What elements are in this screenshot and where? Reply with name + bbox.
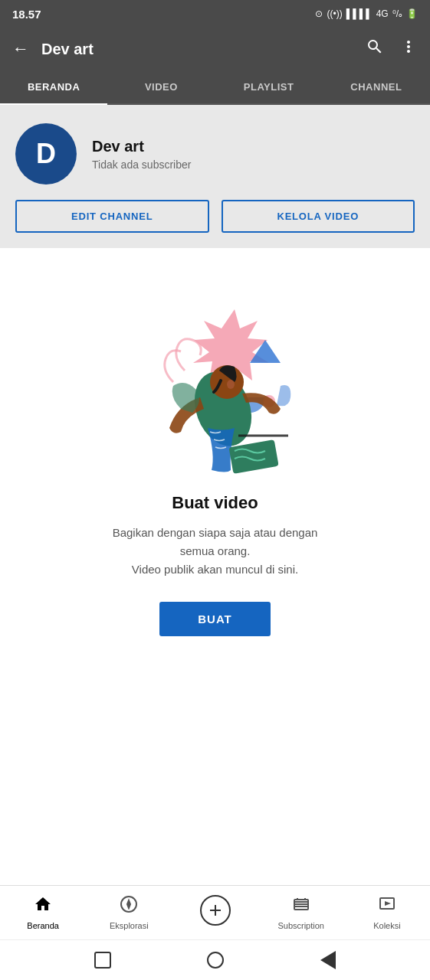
tab-beranda[interactable]: BERANDA bbox=[0, 70, 107, 105]
nav-koleksi[interactable]: Koleksi bbox=[344, 892, 430, 933]
lte-label: 4G bbox=[376, 8, 389, 19]
status-time: 18.57 bbox=[12, 8, 41, 21]
tab-channel[interactable]: CHANNEL bbox=[323, 70, 430, 103]
header-actions bbox=[366, 38, 418, 60]
library-icon bbox=[378, 895, 396, 918]
tab-video[interactable]: VIDEO bbox=[107, 70, 215, 103]
home-sys-button[interactable] bbox=[205, 949, 226, 971]
signal-icon: ((•)) bbox=[327, 8, 342, 19]
manage-video-button[interactable]: KELOLA VIDEO bbox=[222, 200, 415, 233]
compass-icon bbox=[120, 895, 138, 918]
nav-koleksi-label: Koleksi bbox=[373, 921, 400, 930]
channel-info-section: D Dev art Tidak ada subscriber EDIT CHAN… bbox=[0, 105, 430, 248]
channel-name: Dev art bbox=[92, 138, 191, 155]
channel-subscribers: Tidak ada subscriber bbox=[92, 158, 191, 171]
channel-text-info: Dev art Tidak ada subscriber bbox=[92, 138, 191, 171]
nav-subscription-label: Subscription bbox=[277, 921, 324, 930]
more-options-button[interactable] bbox=[399, 38, 418, 60]
network-bars-icon: ▌▌▌▌ bbox=[346, 8, 373, 19]
nav-add[interactable] bbox=[172, 892, 258, 933]
search-button[interactable] bbox=[366, 38, 384, 60]
square-icon bbox=[94, 952, 111, 969]
app-header: ← Dev art bbox=[0, 28, 430, 70]
svg-point-6 bbox=[227, 380, 235, 389]
edit-channel-button[interactable]: EDIT CHANNEL bbox=[15, 200, 209, 233]
channel-buttons: EDIT CHANNEL KELOLA VIDEO bbox=[15, 200, 415, 233]
home-icon bbox=[34, 895, 52, 918]
subscription-icon bbox=[292, 895, 310, 918]
instagram-icon: ⊙ bbox=[315, 8, 323, 19]
header-title: Dev art bbox=[41, 41, 353, 58]
circle-icon bbox=[207, 952, 224, 969]
create-video-title: Buat video bbox=[172, 493, 258, 513]
tab-playlist[interactable]: PLAYLIST bbox=[215, 70, 323, 103]
channel-profile-row: D Dev art Tidak ada subscriber bbox=[15, 123, 415, 185]
svg-marker-14 bbox=[385, 901, 391, 906]
illustration bbox=[116, 279, 315, 478]
nav-eksplorasi-label: Eksplorasi bbox=[110, 921, 149, 930]
nav-eksplorasi[interactable]: Eksplorasi bbox=[86, 892, 172, 933]
system-nav bbox=[0, 939, 430, 980]
add-icon bbox=[200, 895, 231, 926]
svg-point-9 bbox=[128, 903, 130, 905]
data-speed-icon: ⁰/ₒ bbox=[392, 8, 402, 19]
back-sys-button[interactable] bbox=[317, 949, 339, 971]
status-icons: ⊙ ((•)) ▌▌▌▌ 4G ⁰/ₒ 🔋 bbox=[315, 8, 418, 19]
create-button[interactable]: BUAT bbox=[159, 602, 271, 636]
battery-icon: 🔋 bbox=[406, 8, 418, 19]
nav-subscription[interactable]: Subscription bbox=[258, 892, 344, 933]
back-button[interactable]: ← bbox=[12, 39, 29, 59]
status-bar: 18.57 ⊙ ((•)) ▌▌▌▌ 4G ⁰/ₒ 🔋 bbox=[0, 0, 430, 28]
recent-apps-button[interactable] bbox=[92, 949, 113, 971]
nav-beranda-label: Beranda bbox=[27, 921, 59, 930]
channel-avatar: D bbox=[15, 123, 77, 185]
triangle-icon bbox=[320, 951, 336, 969]
main-content: Buat video Bagikan dengan siapa saja ata… bbox=[0, 248, 430, 885]
bottom-nav: Beranda Eksplorasi Subscriptio bbox=[0, 885, 430, 939]
create-video-description: Bagikan dengan siapa saja atau dengan se… bbox=[113, 524, 318, 579]
nav-beranda[interactable]: Beranda bbox=[0, 892, 86, 933]
tab-bar: BERANDA VIDEO PLAYLIST CHANNEL bbox=[0, 70, 430, 105]
